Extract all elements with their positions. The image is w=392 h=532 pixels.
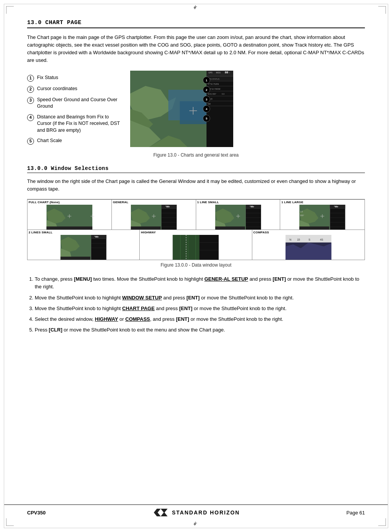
svg-rect-24 [206,91,233,91]
svg-text:15: 15 [297,238,300,241]
center-mark-top: + [194,5,199,11]
window-item-GENERAL: GENERAL "88r [112,200,196,230]
svg-text:S: S [308,238,310,241]
window-item-row2-HIGHWAY: HIGHWAY DST BRG [140,230,252,260]
win-label: 1 LINE SMALL [196,200,280,205]
intro-paragraph: The Chart page is the main page of the G… [27,34,365,65]
window-types-row1: FULL CHART (None) GENERAL [27,199,365,230]
win-label-r2: 2 LINES SMALL [27,230,139,235]
window-item-row2-COMPASS: COMPASS N 15 S 4S [252,230,365,260]
figure-13-container: 1Fix Status2Cursor coordinates3Speed Ove… [27,71,365,149]
instruction-key: [ENT] [273,276,286,282]
svg-text:4S: 4S [320,238,323,241]
label-item-5: 5Chart Scale [27,137,123,145]
svg-text:47°52.7526N: 47°52.7526N [208,83,219,85]
label-text-2: Cursor coordinates [37,86,77,92]
svg-rect-34 [206,106,233,106]
win-preview: "88r [112,205,196,230]
svg-rect-81 [215,226,245,230]
label-text-4: Distance and Bearings from Fix to Cursor… [37,114,123,134]
win-preview-r2: "88r [27,235,139,260]
win-preview: "88r 1.0000° [280,205,365,230]
svg-text:"88r: "88r [165,205,170,208]
instruction-menu-item: GENER-AL SETUP [204,276,248,282]
window-grid-container: FULL CHART (None) GENERAL [27,199,365,260]
instruction-2: Move the ShuttlePoint knob to highlight … [35,294,365,302]
window-item-1_LINE_LARGE: 1 LINE LARGE "88r 1.0000° [280,200,365,230]
svg-rect-107 [61,257,90,260]
label-num-1: 1 [27,75,34,82]
svg-text:1.0: 1.0 [300,210,303,213]
instruction-key: [ENT] [179,306,192,311]
svg-rect-28 [206,96,233,96]
svg-rect-67 [131,226,161,230]
window-types-row2: 2 LINES SMALL "88r HIGHWAY [27,230,365,260]
label-num-2: 2 [27,86,34,93]
label-text-3: Speed Over Ground and Course Over Ground [37,97,123,110]
center-mark-bottom: + [194,521,199,527]
footer-brand: STANDARD HORIZON [172,509,240,516]
svg-rect-53 [47,226,92,230]
svg-text:4: 4 [206,107,208,111]
figure-caption-2: Figure 13.0.0 - Data window layout [27,262,365,268]
window-intro-text: The window on the right side of the Char… [27,178,365,193]
win-preview [27,205,111,230]
window-item-1_LINE_SMALL: 1 LINE SMALL "88r [196,200,281,230]
instruction-menu-item: WINDOW SETUP [122,295,162,301]
window-item-FULL_CHART_(None): FULL CHART (None) [27,200,112,230]
footer-model: CPV350 [27,510,45,516]
svg-marker-130 [161,509,168,516]
corner-mark-tl [6,6,14,14]
instruction-key: [CLR] [49,327,62,333]
instructions-list: To change, press [MENU] two times. Move … [35,275,365,334]
svg-text:"88r: "88r [334,205,339,208]
svg-text:000°: 000° [300,214,304,217]
win-label: FULL CHART (None) [27,200,111,205]
instruction-menu-item: COMPASS [125,316,150,322]
svg-rect-18 [206,81,233,81]
instruction-menu-item: CHART PAGE [122,306,155,311]
win-preview-r2: N 15 S 4S [252,235,365,260]
svg-rect-116 [200,235,219,260]
label-num-5: 5 [27,138,34,145]
corner-mark-tr [378,6,386,14]
chart-image-container: GPS WGS 88 r GPS STATUS 47°52.7526N 122°… [130,71,365,148]
svg-text:GPS: GPS [208,71,213,74]
instruction-menu-item: HIGHWAY [95,316,118,322]
svg-text:2: 2 [206,88,208,92]
svg-rect-97 [300,226,329,230]
svg-text:WGS: WGS [216,71,221,74]
svg-rect-15 [206,76,233,76]
svg-text:88: 88 [225,71,228,74]
win-label: GENERAL [112,200,196,205]
label-num-4: 4 [27,114,34,121]
label-item-2: 2Cursor coordinates [27,86,123,93]
section-heading-13: 13.0 CHART PAGE [27,19,365,28]
instruction-key: [ENT] [186,295,200,301]
win-label: 1 LINE LARGE [280,200,365,205]
page-border: + + 13.0 CHART PAGE The Chart page is th… [4,4,388,528]
labels-column: 1Fix Status2Cursor coordinates3Speed Ove… [27,71,123,149]
svg-rect-31 [206,101,233,101]
instruction-5: Press [CLR] or move the ShuttlePoint kno… [35,326,365,334]
figure-caption-1: Figure 13.0 - Charts and general text ar… [27,152,365,158]
page-content: 13.0 CHART PAGE The Chart page is the ma… [4,4,388,372]
footer-page: Page 61 [347,510,365,516]
label-text-1: Fix Status [37,74,58,81]
label-item-3: 3Speed Over Ground and Course Over Groun… [27,97,123,110]
chart-image-svg: GPS WGS 88 r GPS STATUS 47°52.7526N 122°… [130,71,233,147]
logo-icon [152,508,169,517]
label-text-5: Chart Scale [37,137,62,144]
svg-text:"88r: "88r [249,205,254,208]
label-item-4: 4Distance and Bearings from Fix to Curso… [27,114,123,134]
svg-text:NM: NM [208,103,211,105]
window-item-row2-2_LINES_SMALL: 2 LINES SMALL "88r [27,230,140,260]
win-label-r2: HIGHWAY [140,230,252,235]
win-label-r2: COMPASS [252,230,365,235]
svg-rect-21 [206,86,233,86]
svg-rect-102 [91,235,106,239]
svg-text:SOG 000°: SOG 000° [208,93,216,95]
footer-logo: STANDARD HORIZON [152,508,240,517]
win-preview: "88r [196,205,280,230]
subsection-heading-130: 13.0.0 Window Selections [27,165,365,173]
